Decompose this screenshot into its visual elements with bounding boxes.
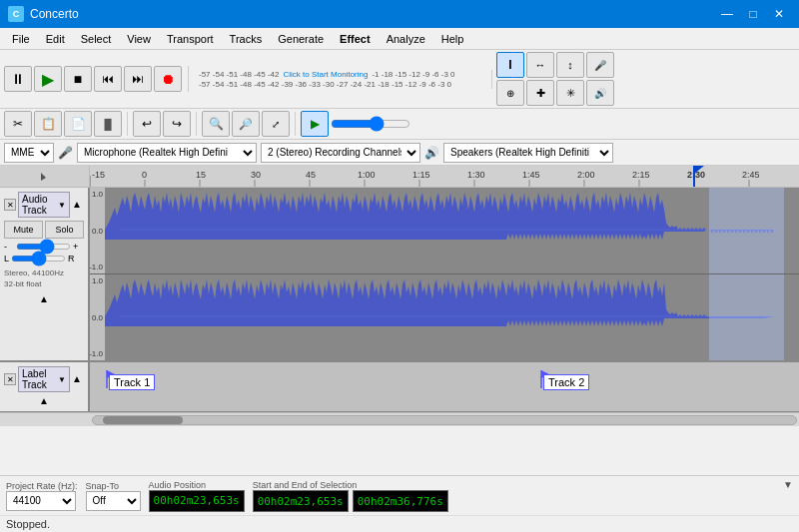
status-bar: Project Rate (Hz): 44100 Snap-To Off Aud… — [0, 475, 799, 532]
selection-start-display[interactable]: 00h02m23,653s — [253, 490, 349, 512]
toolbar-sep-2 — [196, 112, 197, 136]
copy-button[interactable]: 📋 — [34, 111, 62, 137]
zoom-in-button[interactable]: 🔍 — [202, 111, 230, 137]
gain-plus: + — [73, 242, 78, 252]
track-collapse-btn[interactable]: ▲ — [72, 199, 84, 211]
stop-button[interactable]: ■ — [64, 66, 92, 92]
label-track-up-btn[interactable]: ▲ — [39, 395, 49, 406]
solo-button[interactable]: Solo — [45, 221, 84, 239]
speaker-button[interactable]: 🔊 — [586, 80, 614, 106]
svg-text:1:30: 1:30 — [467, 170, 485, 180]
envelope-button[interactable]: ↕ — [556, 52, 584, 78]
menu-effect[interactable]: Effect — [332, 28, 379, 49]
project-rate-select[interactable]: 44100 — [6, 491, 76, 511]
audio-track-controls: ✕ Audio Track ▼ ▲ Mute Solo - + — [0, 188, 90, 360]
minimize-button[interactable]: — — [715, 4, 739, 24]
label-track-close-btn[interactable]: ✕ — [4, 373, 16, 385]
hscroll-track[interactable] — [92, 415, 797, 425]
track-dropdown-icon: ▼ — [58, 201, 66, 210]
label-track-content[interactable]: Track 1 Track 2 — [90, 362, 799, 411]
waveform-upper-canvas: // This won't execute in SVG context, us… — [105, 188, 799, 273]
label-track-name-btn[interactable]: Label Track ▼ — [18, 366, 70, 392]
menu-transport[interactable]: Transport — [159, 28, 222, 49]
pan-slider[interactable] — [11, 256, 66, 262]
label-track1: Track 1 — [105, 368, 155, 390]
audio-track: ✕ Audio Track ▼ ▲ Mute Solo - + — [0, 188, 799, 362]
selection-label: Start and End of Selection — [253, 480, 779, 490]
y-axis-upper: 1.0 0.0 -1.0 — [90, 188, 105, 273]
pause-button[interactable]: ⏸ — [4, 66, 32, 92]
label-track-dropdown-icon: ▼ — [58, 375, 66, 384]
zoom-fit-button[interactable]: ⤢ — [262, 111, 290, 137]
ruler-ticks[interactable]: -15 0 15 30 45 1:00 1:15 1:30 1: — [90, 166, 799, 187]
svg-text:30: 30 — [251, 170, 261, 180]
paste-button[interactable]: 📄 — [64, 111, 92, 137]
channels-select[interactable]: 2 (Stereo) Recording Channels — [261, 143, 420, 163]
audio-track-name-btn[interactable]: Audio Track ▼ — [18, 192, 70, 218]
mute-button[interactable]: Mute — [4, 221, 43, 239]
click-to-monitor[interactable]: Click to Start Monitoring — [284, 70, 369, 79]
select-tool-button[interactable]: I — [496, 52, 524, 78]
app-title: Concerto — [30, 7, 79, 21]
track-close-btn[interactable]: ✕ — [4, 199, 16, 211]
play-button[interactable]: ▶ — [34, 66, 62, 92]
asterisk-button[interactable]: ✳ — [556, 80, 584, 106]
menu-help[interactable]: Help — [433, 28, 472, 49]
trim-button[interactable]: ▐▌ — [94, 111, 122, 137]
pan-left: L — [4, 254, 9, 264]
svg-rect-31 — [709, 188, 784, 273]
track-info: Stereo, 44100Hz 32-bit float — [4, 267, 84, 289]
menu-view[interactable]: View — [119, 28, 159, 49]
menu-generate[interactable]: Generate — [270, 28, 332, 49]
zoom-out-button[interactable]: 🔎 — [232, 111, 260, 137]
gain-slider[interactable] — [16, 244, 71, 250]
playback-speed-slider[interactable] — [331, 116, 410, 132]
input-icon: 🎤 — [58, 146, 73, 160]
svg-text:1:15: 1:15 — [412, 170, 430, 180]
label-track-collapse-btn[interactable]: ▲ — [72, 373, 84, 385]
api-select[interactable]: MME — [4, 143, 54, 163]
time-shift-button[interactable]: ↔ — [526, 52, 554, 78]
audio-position-label: Audio Position — [149, 480, 245, 490]
hscrollbar[interactable] — [0, 412, 799, 426]
output-device-select[interactable]: Speakers (Realtek High Definiti — [443, 143, 613, 163]
audio-position-display[interactable]: 00h02m23,653s — [149, 490, 245, 512]
waveform-lower-svg — [105, 274, 799, 360]
label-track2-text: Track 2 — [543, 374, 589, 390]
waveform-upper-svg: // This won't execute in SVG context, us… — [105, 188, 799, 273]
track-up-btn[interactable]: ▲ — [39, 293, 49, 304]
play-green-button[interactable]: ▶ — [301, 111, 329, 137]
multi-button[interactable]: ✚ — [526, 80, 554, 106]
menu-file[interactable]: File — [4, 28, 38, 49]
waveform-area[interactable]: 1.0 0.0 -1.0 // This — [90, 188, 799, 360]
hscroll-thumb[interactable] — [103, 416, 183, 424]
record-button[interactable]: ⏺ — [154, 66, 182, 92]
svg-text:15: 15 — [196, 170, 206, 180]
toolbar-sep-3 — [295, 112, 296, 136]
undo-button[interactable]: ↩ — [133, 111, 161, 137]
snap-to-group: Snap-To Off — [86, 481, 141, 511]
skip-fwd-button[interactable]: ⏭ — [124, 66, 152, 92]
snap-to-label: Snap-To — [86, 481, 141, 491]
close-button[interactable]: ✕ — [767, 4, 791, 24]
zoom-sel-button[interactable]: ⊕ — [496, 80, 524, 106]
menu-tracks[interactable]: Tracks — [222, 28, 271, 49]
input-device-select[interactable]: Microphone (Realtek High Defini — [77, 143, 257, 163]
menu-select[interactable]: Select — [73, 28, 120, 49]
title-bar: C Concerto — □ ✕ — [0, 0, 799, 28]
waveform-lower-canvas — [105, 274, 799, 360]
menu-analyze[interactable]: Analyze — [379, 28, 433, 49]
snap-to-select[interactable]: Off — [86, 491, 141, 511]
menu-edit[interactable]: Edit — [38, 28, 73, 49]
skip-back-button[interactable]: ⏮ — [94, 66, 122, 92]
selection-end-display[interactable]: 00h02m36,776s — [353, 490, 448, 512]
toolbar-sep-1 — [127, 112, 128, 136]
mic-button[interactable]: 🎤 — [586, 52, 614, 78]
cut-button[interactable]: ✂ — [4, 111, 32, 137]
ruler-svg: -15 0 15 30 45 1:00 1:15 1:30 1: — [90, 166, 799, 187]
maximize-button[interactable]: □ — [741, 4, 765, 24]
ruler-corner — [0, 166, 90, 187]
label-track2: Track 2 — [539, 368, 589, 390]
svg-marker-0 — [41, 173, 46, 181]
redo-button[interactable]: ↪ — [163, 111, 191, 137]
